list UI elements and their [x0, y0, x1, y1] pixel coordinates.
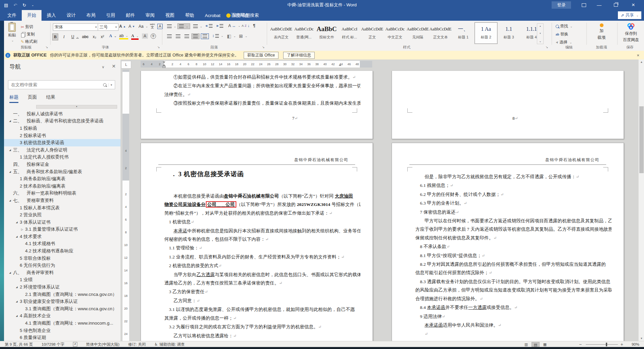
scroll-up-icon[interactable]: ▲ — [639, 60, 644, 65]
status-language[interactable]: 简体中文(中国大陆) — [86, 342, 119, 347]
style-item[interactable]: 1.1标题 3 — [497, 22, 520, 44]
nav-tab-页面[interactable]: 页面 — [28, 94, 37, 103]
search-input[interactable] — [8, 82, 103, 87]
numbering-button[interactable]: ⌄ — [177, 23, 190, 29]
nav-item[interactable]: ◢3 体系认证证书 — [4, 219, 120, 226]
phonetic-guide-button[interactable]: wén文 — [150, 23, 155, 29]
nav-item[interactable]: ◢4 技术要求 — [4, 233, 120, 240]
nav-item[interactable]: 4.1 查询截图（查询网址：www.innocom.g... — [4, 320, 120, 327]
copy-button[interactable]: 复制 — [21, 31, 35, 37]
status-accessibility[interactable]: 辅助功能: 调查 — [160, 342, 185, 347]
expand-icon[interactable]: ◢ — [14, 286, 19, 288]
nav-item[interactable]: ◢二、 投标函、承诺书和机密信息接受承诺函 — [4, 118, 120, 125]
increase-indent-button[interactable]: » — [216, 23, 223, 28]
enclose-characters-button[interactable]: 字 — [151, 33, 156, 39]
nav-item[interactable]: 3.1 查询截图（查询网址：www.cnca.gov.cn） — [4, 305, 120, 313]
distribute-button[interactable] — [201, 33, 209, 39]
page-8[interactable]: 8↵ — [392, 71, 624, 139]
ribbon-tab-设计[interactable]: 设计 — [61, 10, 81, 21]
vertical-scrollbar[interactable]: ▲ ▼ — [638, 60, 644, 341]
minimize-button[interactable]: — — [592, 0, 607, 10]
zoom-in-button[interactable]: + — [621, 342, 623, 347]
spellcheck-icon[interactable]: ✗ — [73, 342, 77, 347]
select-button[interactable]: ➤选择⌄ — [556, 39, 572, 45]
get-genuine-button[interactable]: 获取正版 Office — [244, 52, 278, 59]
strikethrough-button[interactable]: abc — [80, 33, 90, 40]
addins-button[interactable]: 加载项 — [591, 23, 612, 40]
expand-icon[interactable]: ◢ — [14, 235, 19, 238]
expand-icon[interactable]: ◢ — [14, 221, 19, 224]
nav-item[interactable]: 2.1 查询截图（查询网址：www.cnca.gov.cn） — [4, 291, 120, 298]
zoom-out-button[interactable]: − — [579, 342, 582, 347]
ribbon-tab-开始[interactable]: 开始 — [22, 10, 42, 21]
nav-tab-结果[interactable]: 结果 — [46, 94, 55, 103]
tab-selector[interactable]: L — [121, 61, 131, 69]
ribbon-display-options-icon[interactable] — [576, 0, 591, 10]
nav-item[interactable]: 四、 投标保证金 — [4, 161, 120, 168]
style-item[interactable]: AaBbCcDc中文正文 — [384, 22, 406, 44]
expand-icon[interactable]: ◢ — [8, 199, 12, 202]
close-button[interactable]: × — [626, 0, 641, 10]
font-color-button[interactable]: A⌄ — [131, 33, 139, 40]
expand-icon[interactable]: ◢ — [8, 120, 12, 122]
nav-item[interactable]: ◢3 职业健康安全管理体系认证 — [4, 298, 120, 305]
expand-icon[interactable]: ◢ — [8, 149, 12, 151]
nav-item[interactable]: ◢2 环境管理体系认证 — [4, 283, 120, 291]
nav-item[interactable]: ◢八、 商务评审资料 — [4, 269, 120, 276]
dialog-launcher-icon[interactable]: ↘ — [157, 45, 160, 49]
nav-item[interactable]: ▷3.1 质量管理体系认证证书 — [4, 226, 120, 233]
nav-item[interactable]: 2 投标承诺书 — [4, 132, 120, 139]
borders-button[interactable]: ⊞⌄ — [239, 33, 247, 39]
nav-item[interactable]: 6 质量保证期 — [4, 334, 120, 341]
ribbon-tab-审阅[interactable]: 审阅 — [140, 10, 160, 21]
nav-item[interactable]: ◢七、 资格审查资料 — [4, 197, 120, 204]
font-name-select[interactable]: 宋体▾ — [53, 23, 98, 31]
align-left-button[interactable] — [165, 33, 173, 39]
ribbon-tab-帮助[interactable]: 帮助 — [180, 10, 199, 21]
dialog-launcher-icon[interactable]: ↘ — [546, 45, 548, 49]
paste-button[interactable]: 粘贴⌄ — [5, 23, 19, 42]
style-item[interactable]: AaBbC投标文件 — [315, 22, 338, 44]
status-page-count[interactable]: 第 9 页, 共 66 页 — [5, 342, 33, 347]
nav-item[interactable]: 6 无任何失信行为 — [4, 262, 120, 269]
nav-item[interactable]: ◢五、 商务和技术条款响应/偏差表 — [4, 168, 120, 176]
signin-button[interactable]: 登录 — [552, 1, 571, 9]
nav-tab-标题[interactable]: 标题 — [9, 94, 18, 103]
scroll-down-icon[interactable]: ▼ — [639, 336, 644, 341]
line-spacing-button[interactable]: ↕⌄ — [212, 33, 224, 38]
tell-me-search[interactable]: 操作说明搜索 — [226, 10, 259, 21]
nav-scroll-up[interactable]: ▲ — [36, 105, 117, 109]
subscript-button[interactable]: x₂ — [91, 33, 98, 40]
style-item[interactable]: AaBbCcDc普通(网... — [293, 22, 315, 44]
page-10[interactable]: 盘锦中舜石油机械有限公司 但是，除非甲方与乙方就残留信息另有规定，乙方不得透露，… — [392, 143, 624, 341]
nav-item[interactable]: 一、 投标人诚信承诺书 — [4, 110, 120, 118]
nav-item[interactable]: ◢4 高新技术企业 — [4, 313, 120, 320]
page-7[interactable]: ①如需提供样品，供货质量符合封存样品和招标文件中技术规格书要求或质量标准要求。↵… — [141, 71, 373, 139]
status-revisions[interactable]: 修订: 关闭 — [128, 342, 146, 347]
nav-item[interactable]: 1 商务条款响应/偏离表 — [4, 175, 120, 183]
bullets-button[interactable]: ⌄ — [165, 23, 178, 29]
web-layout-button[interactable]: ▦ — [541, 342, 549, 347]
qat-customize-icon[interactable]: ⌄ — [31, 3, 34, 7]
show-marks-button[interactable]: ¶ — [253, 23, 255, 28]
first-line-indent-marker[interactable] — [163, 62, 165, 63]
style-item[interactable]: 一、标题 1 — [452, 22, 475, 44]
style-item[interactable]: 1 Aa标题 2 — [475, 22, 497, 44]
text-effects-button[interactable]: A⌄ — [109, 33, 116, 38]
maximize-button[interactable] — [609, 0, 623, 10]
nav-item[interactable]: 1 投标人基本情况表 — [4, 204, 120, 212]
styles-more-button[interactable]: ▴▾⌄ — [537, 23, 544, 44]
share-button[interactable]: ⇗ 共享 ⌄ — [618, 11, 641, 19]
redo-icon[interactable]: ↻ — [22, 3, 26, 8]
align-right-button[interactable] — [183, 33, 191, 39]
underline-button[interactable]: U⌄ — [70, 33, 80, 40]
nav-item[interactable]: 六、 开标一览表和物料明细表 — [4, 190, 120, 197]
nav-item[interactable]: 1 业绩 — [4, 276, 120, 284]
nav-item[interactable]: 5 非联合体投标 — [4, 255, 120, 262]
nav-item[interactable]: 1 投标函 — [4, 125, 120, 132]
ribbon-tab-引用[interactable]: 引用 — [101, 10, 120, 21]
collapse-icon[interactable]: ▷ — [20, 228, 24, 231]
align-center-button[interactable] — [174, 33, 182, 39]
expand-icon[interactable]: ◢ — [8, 271, 12, 274]
save-icon[interactable]: ▤ — [4, 3, 8, 8]
